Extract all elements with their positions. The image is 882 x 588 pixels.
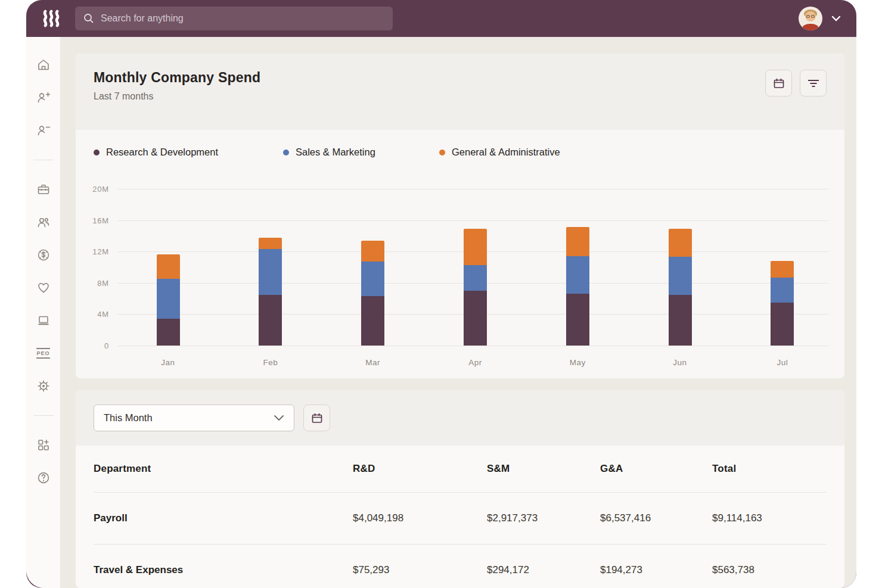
bar-segment[interactable] (157, 319, 180, 346)
spend-chart-card: Monthly Company Spend Last 7 months (76, 54, 844, 378)
search-input[interactable] (101, 13, 385, 24)
department-spend-table: Department R&D S&M G&A Total Payroll $4,… (76, 446, 844, 588)
bar-segment[interactable] (669, 257, 692, 294)
x-axis-label: Feb (263, 358, 278, 367)
sidebar-item-team[interactable] (36, 214, 51, 231)
bar-segment[interactable] (771, 261, 794, 278)
chart-plot: 20M 16M 12M 8M 4M 0 JanFebMarAprMayJunJu… (117, 189, 828, 346)
bar-jan[interactable] (157, 254, 180, 346)
sidebar-item-remove-user[interactable] (36, 122, 51, 139)
bar-segment[interactable] (464, 229, 487, 265)
settings-gear-icon (36, 379, 51, 393)
sidebar-item-devices[interactable] (36, 312, 51, 329)
table-calendar-button[interactable] (303, 405, 330, 431)
bar-jul[interactable] (771, 261, 794, 346)
bar-segment[interactable] (361, 296, 384, 346)
chevron-down-icon[interactable] (831, 15, 841, 21)
calendar-icon (772, 76, 786, 91)
sidebar-item-add-user[interactable] (36, 89, 51, 106)
x-axis-label: Jul (777, 358, 788, 367)
sidebar-item-apps[interactable] (36, 437, 51, 453)
briefcase-icon (36, 182, 51, 197)
bar-segment[interactable] (157, 254, 180, 279)
bar-segment[interactable] (259, 249, 282, 294)
sidebar-item-home[interactable] (36, 57, 51, 73)
row-label: Payroll (94, 512, 353, 524)
sidebar-nav: PEO (26, 37, 60, 588)
bar-segment[interactable] (566, 227, 589, 256)
cell-ga: $6,537,416 (600, 512, 712, 524)
column-header-department: Department (94, 463, 353, 475)
cell-rnd: $4,049,198 (353, 512, 487, 524)
bar-apr[interactable] (464, 229, 487, 346)
cell-ga: $194,273 (600, 564, 712, 576)
y-axis-tick: 8M (97, 278, 109, 287)
sidebar-item-peo[interactable]: PEO (36, 345, 49, 362)
team-icon (36, 215, 51, 229)
sidebar-item-settings[interactable] (36, 378, 51, 394)
top-bar (26, 0, 856, 37)
bar-segment[interactable] (259, 295, 282, 346)
sidebar-item-benefits[interactable] (36, 279, 51, 296)
legend-dot (94, 150, 100, 155)
sidebar-item-toolbox[interactable] (36, 181, 51, 198)
table-row-travel-expenses: Travel & Expenses $75,293 $294,172 $194,… (94, 545, 827, 588)
department-spend-card: This Month (76, 390, 844, 588)
bar-segment[interactable] (157, 279, 180, 319)
bar-feb[interactable] (259, 238, 282, 346)
legend-item-rnd[interactable]: Research & Development (94, 147, 283, 158)
dollar-circle-icon (36, 248, 51, 262)
y-axis-tick: 4M (97, 310, 109, 319)
bar-mar[interactable] (361, 241, 384, 346)
bar-segment[interactable] (669, 229, 692, 257)
period-select-value: This Month (104, 412, 153, 424)
sidebar-item-help[interactable] (36, 469, 51, 486)
peo-icon: PEO (36, 348, 49, 359)
calendar-button[interactable] (765, 70, 792, 97)
cell-sm: $2,917,373 (487, 512, 600, 524)
user-avatar[interactable] (799, 7, 822, 30)
column-header-total: Total (712, 463, 827, 475)
sidebar-item-finance[interactable] (36, 247, 51, 263)
y-axis-tick: 20M (92, 185, 109, 194)
global-search[interactable] (75, 7, 393, 30)
user-menu[interactable] (799, 7, 841, 30)
bar-segment[interactable] (361, 241, 384, 262)
y-axis-tick: 12M (92, 247, 109, 256)
bar-segment[interactable] (464, 265, 487, 291)
x-axis-label: Jan (161, 358, 175, 367)
cell-rnd: $75,293 (353, 564, 487, 576)
cell-sm: $294,172 (487, 564, 600, 576)
cell-total: $563,738 (712, 564, 827, 576)
gridline: 16M (117, 220, 828, 221)
bar-segment[interactable] (669, 295, 692, 346)
main-panel: Monthly Company Spend Last 7 months (60, 37, 856, 588)
bar-may[interactable] (566, 227, 589, 346)
legend-dot (283, 150, 289, 155)
user-add-icon (36, 91, 51, 105)
rippling-logo-icon[interactable] (42, 10, 63, 27)
x-axis-label: Apr (468, 358, 482, 367)
filter-button[interactable] (800, 70, 827, 97)
bar-segment[interactable] (566, 294, 589, 346)
filter-icon (807, 78, 820, 89)
y-axis-tick: 16M (92, 216, 109, 225)
bar-jun[interactable] (669, 229, 692, 346)
bar-segment[interactable] (361, 262, 384, 296)
table-row-payroll: Payroll $4,049,198 $2,917,373 $6,537,416… (94, 493, 827, 544)
legend-item-sm[interactable]: Sales & Marketing (283, 147, 439, 158)
bar-segment[interactable] (464, 291, 487, 346)
app-window: PEO (26, 0, 856, 588)
bar-segment[interactable] (771, 278, 794, 303)
legend-item-ga[interactable]: General & Administrative (439, 147, 560, 158)
bar-segment[interactable] (566, 256, 589, 294)
page-title: Monthly Company Spend (94, 70, 260, 86)
period-select[interactable]: This Month (94, 405, 294, 431)
bar-segment[interactable] (771, 303, 794, 346)
bar-segment[interactable] (259, 238, 282, 250)
gridline: 20M (117, 189, 828, 189)
content-area: PEO (26, 37, 856, 588)
gridline: 0 (117, 346, 828, 346)
row-label: Travel & Expenses (94, 564, 353, 576)
home-icon (36, 58, 51, 72)
